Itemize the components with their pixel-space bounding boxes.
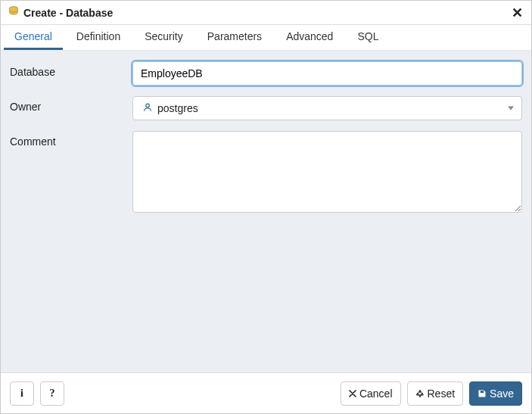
tab-sql[interactable]: SQL [347, 24, 389, 50]
tab-security[interactable]: Security [134, 24, 194, 50]
help-icon: ? [50, 388, 55, 400]
row-comment: Comment [10, 131, 522, 215]
tab-bar: General Definition Security Parameters A… [1, 25, 531, 51]
database-icon [8, 6, 19, 19]
footer: i ? Cancel Reset [1, 372, 531, 413]
tab-general[interactable]: General [4, 24, 63, 50]
label-database: Database [10, 61, 132, 78]
create-database-dialog: Create - Database ✕ General Definition S… [0, 0, 532, 414]
recycle-icon [415, 389, 425, 398]
close-icon[interactable]: ✕ [510, 5, 524, 21]
titlebar: Create - Database ✕ [1, 1, 531, 25]
info-icon: i [20, 388, 23, 400]
reset-label: Reset [428, 388, 456, 400]
dialog-title: Create - Database [23, 7, 510, 19]
close-icon [349, 390, 356, 397]
tab-definition[interactable]: Definition [66, 24, 131, 50]
user-icon [142, 102, 153, 115]
help-button[interactable]: ? [40, 381, 64, 406]
tab-panel-general: Database Owner postgres Comment [1, 51, 531, 372]
save-icon [478, 389, 487, 398]
save-button[interactable]: Save [469, 381, 522, 406]
database-input[interactable] [132, 61, 522, 86]
row-owner: Owner postgres [10, 96, 522, 120]
tab-parameters[interactable]: Parameters [197, 24, 272, 50]
label-comment: Comment [10, 131, 132, 148]
tab-advanced[interactable]: Advanced [275, 24, 344, 50]
chevron-down-icon [508, 107, 514, 111]
reset-button[interactable]: Reset [407, 381, 464, 406]
label-owner: Owner [10, 96, 132, 113]
owner-value: postgres [157, 102, 198, 114]
row-database: Database [10, 61, 522, 86]
save-label: Save [490, 388, 514, 400]
comment-textarea[interactable] [132, 131, 522, 213]
svg-point-1 [146, 104, 150, 107]
info-button[interactable]: i [10, 381, 34, 406]
owner-select[interactable]: postgres [132, 96, 522, 120]
cancel-label: Cancel [359, 388, 393, 400]
cancel-button[interactable]: Cancel [341, 381, 401, 406]
